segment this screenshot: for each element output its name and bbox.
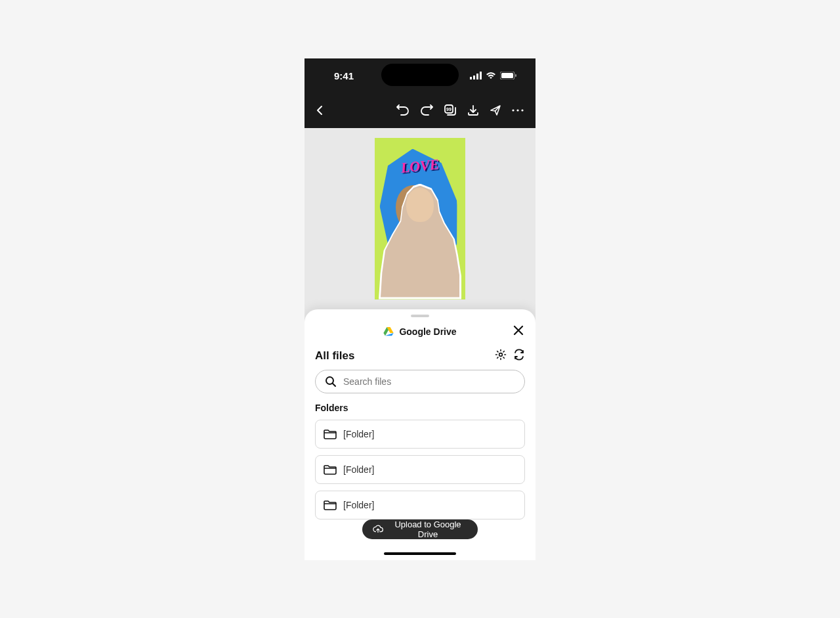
layers-button[interactable]: 99 <box>444 104 457 117</box>
all-files-label: All files <box>315 349 354 363</box>
sheet-header: All files <box>304 346 536 370</box>
search-input[interactable] <box>343 376 515 387</box>
folder-icon <box>324 429 337 439</box>
search-wrap <box>304 370 536 403</box>
sheet-title: Google Drive <box>399 326 456 337</box>
folder-name: [Folder] <box>343 500 374 510</box>
refresh-button[interactable] <box>513 349 525 363</box>
home-indicator[interactable] <box>384 552 456 555</box>
drive-sheet: Google Drive All files Folders <box>304 309 536 560</box>
wifi-icon <box>486 72 496 79</box>
drag-handle[interactable] <box>411 315 429 317</box>
svg-point-10 <box>516 109 518 111</box>
search-icon <box>325 376 337 387</box>
folder-item[interactable]: [Folder] <box>315 455 525 484</box>
battery-icon <box>500 72 517 79</box>
back-button[interactable] <box>316 105 323 116</box>
upload-button[interactable]: Upload to Google Drive <box>362 519 478 539</box>
download-button[interactable] <box>467 104 479 116</box>
notch <box>381 64 459 86</box>
editor-toolbar: 99 <box>304 93 536 128</box>
google-drive-icon <box>383 327 394 336</box>
svg-rect-6 <box>515 74 516 77</box>
person-cutout <box>379 184 461 299</box>
cellular-icon <box>470 72 482 79</box>
close-button[interactable] <box>513 325 524 338</box>
more-button[interactable] <box>512 109 524 112</box>
svg-point-11 <box>521 109 523 111</box>
svg-rect-0 <box>470 77 472 79</box>
status-indicators <box>470 72 517 79</box>
svg-rect-5 <box>501 73 513 78</box>
folders-label: Folders <box>304 403 536 420</box>
folder-icon <box>324 500 337 510</box>
love-text: LOVE <box>400 156 440 177</box>
settings-button[interactable] <box>495 349 507 363</box>
folder-name: [Folder] <box>343 429 374 439</box>
upload-label: Upload to Google Drive <box>388 519 467 539</box>
search-box[interactable] <box>315 370 525 393</box>
send-button[interactable] <box>490 104 501 116</box>
svg-rect-2 <box>476 74 478 79</box>
svg-point-9 <box>512 109 514 111</box>
undo-button[interactable] <box>396 104 410 116</box>
folder-item[interactable]: [Folder] <box>315 491 525 519</box>
cloud-upload-icon <box>373 525 383 534</box>
folder-icon <box>324 464 337 475</box>
svg-point-12 <box>499 353 503 356</box>
svg-text:99: 99 <box>446 107 452 112</box>
status-time: 9:41 <box>334 70 354 81</box>
folder-list: [Folder] [Folder] [Folder] <box>304 420 536 519</box>
status-bar: 9:41 <box>304 58 536 93</box>
redo-button[interactable] <box>420 104 433 116</box>
artwork-preview[interactable]: LOVE <box>375 138 465 299</box>
svg-rect-1 <box>473 76 475 79</box>
folder-name: [Folder] <box>343 464 374 475</box>
sheet-title-row: Google Drive <box>304 324 536 346</box>
folder-item[interactable]: [Folder] <box>315 420 525 449</box>
phone-frame: 9:41 99 <box>304 58 536 560</box>
svg-rect-3 <box>480 72 482 79</box>
canvas-area: LOVE <box>304 128 536 312</box>
